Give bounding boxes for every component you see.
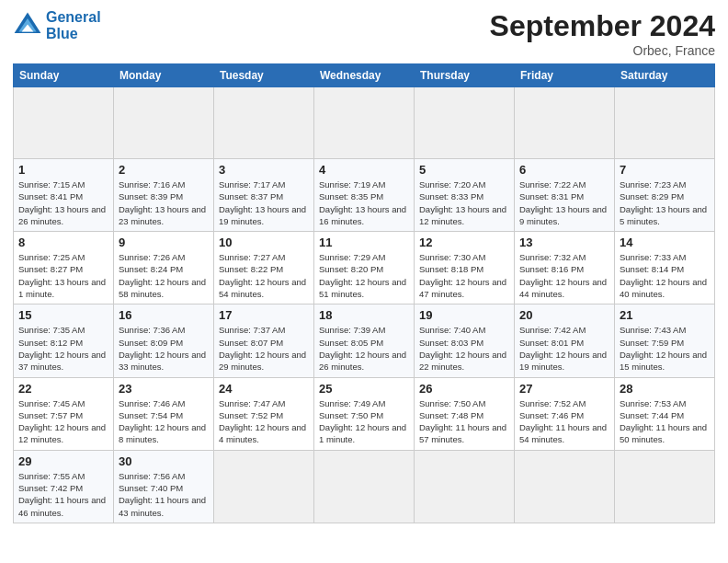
day-number: 28 (620, 382, 710, 396)
calendar-cell: 8Sunrise: 7:25 AM Sunset: 8:27 PM Daylig… (14, 232, 114, 304)
day-info: Sunrise: 7:22 AM Sunset: 8:31 PM Dayligh… (519, 178, 609, 227)
day-info: Sunrise: 7:46 AM Sunset: 7:54 PM Dayligh… (119, 397, 209, 446)
header: General Blue September 2024 Orbec, Franc… (13, 9, 715, 58)
day-info: Sunrise: 7:55 AM Sunset: 7:42 PM Dayligh… (18, 470, 108, 519)
calendar-cell: 30Sunrise: 7:56 AM Sunset: 7:40 PM Dayli… (114, 450, 214, 523)
calendar-row: 8Sunrise: 7:25 AM Sunset: 8:27 PM Daylig… (14, 232, 715, 304)
day-info: Sunrise: 7:25 AM Sunset: 8:27 PM Dayligh… (18, 251, 108, 300)
day-number: 30 (119, 454, 209, 468)
calendar-cell: 13Sunrise: 7:32 AM Sunset: 8:16 PM Dayli… (515, 232, 615, 304)
day-number: 22 (18, 382, 108, 396)
day-info: Sunrise: 7:52 AM Sunset: 7:46 PM Dayligh… (519, 397, 609, 446)
calendar-cell (515, 87, 615, 159)
calendar-cell (615, 87, 715, 159)
day-info: Sunrise: 7:27 AM Sunset: 8:22 PM Dayligh… (219, 251, 309, 300)
day-number: 3 (219, 163, 309, 177)
day-number: 15 (18, 308, 108, 322)
logo-text-blue: Blue (46, 26, 101, 42)
day-info: Sunrise: 7:43 AM Sunset: 7:59 PM Dayligh… (620, 324, 710, 373)
logo-icon (13, 11, 42, 40)
calendar-cell: 5Sunrise: 7:20 AM Sunset: 8:33 PM Daylig… (415, 159, 515, 232)
header-row: SundayMondayTuesdayWednesdayThursdayFrid… (14, 64, 715, 87)
calendar-cell: 16Sunrise: 7:36 AM Sunset: 8:09 PM Dayli… (114, 304, 214, 377)
calendar-table: SundayMondayTuesdayWednesdayThursdayFrid… (13, 63, 715, 523)
day-info: Sunrise: 7:32 AM Sunset: 8:16 PM Dayligh… (519, 251, 609, 300)
day-number: 16 (119, 308, 209, 322)
col-header-tuesday: Tuesday (214, 64, 314, 87)
calendar-cell (14, 87, 114, 159)
location: Orbec, France (490, 43, 715, 58)
day-info: Sunrise: 7:23 AM Sunset: 8:29 PM Dayligh… (620, 178, 710, 227)
day-info: Sunrise: 7:16 AM Sunset: 8:39 PM Dayligh… (119, 178, 209, 227)
col-header-sunday: Sunday (14, 64, 114, 87)
calendar-page: General Blue September 2024 Orbec, Franc… (0, 0, 728, 563)
day-info: Sunrise: 7:49 AM Sunset: 7:50 PM Dayligh… (319, 397, 409, 446)
calendar-cell: 29Sunrise: 7:55 AM Sunset: 7:42 PM Dayli… (14, 450, 114, 523)
calendar-cell: 4Sunrise: 7:19 AM Sunset: 8:35 PM Daylig… (314, 159, 415, 232)
day-number: 18 (319, 308, 409, 322)
calendar-cell (314, 87, 415, 159)
calendar-cell: 17Sunrise: 7:37 AM Sunset: 8:07 PM Dayli… (214, 304, 314, 377)
day-info: Sunrise: 7:50 AM Sunset: 7:48 PM Dayligh… (419, 397, 509, 446)
day-number: 1 (18, 163, 108, 177)
day-number: 25 (319, 382, 409, 396)
calendar-cell: 1Sunrise: 7:15 AM Sunset: 8:41 PM Daylig… (14, 159, 114, 232)
calendar-cell: 21Sunrise: 7:43 AM Sunset: 7:59 PM Dayli… (615, 304, 715, 377)
calendar-cell: 20Sunrise: 7:42 AM Sunset: 8:01 PM Dayli… (515, 304, 615, 377)
calendar-cell: 10Sunrise: 7:27 AM Sunset: 8:22 PM Dayli… (214, 232, 314, 304)
day-number: 26 (419, 382, 509, 396)
calendar-cell (615, 450, 715, 523)
calendar-cell: 26Sunrise: 7:50 AM Sunset: 7:48 PM Dayli… (415, 377, 515, 450)
calendar-cell: 18Sunrise: 7:39 AM Sunset: 8:05 PM Dayli… (314, 304, 415, 377)
calendar-row (14, 87, 715, 159)
calendar-cell (114, 87, 214, 159)
calendar-cell: 7Sunrise: 7:23 AM Sunset: 8:29 PM Daylig… (615, 159, 715, 232)
calendar-cell (214, 87, 314, 159)
calendar-cell: 12Sunrise: 7:30 AM Sunset: 8:18 PM Dayli… (415, 232, 515, 304)
calendar-cell: 23Sunrise: 7:46 AM Sunset: 7:54 PM Dayli… (114, 377, 214, 450)
day-number: 7 (620, 163, 710, 177)
calendar-row: 1Sunrise: 7:15 AM Sunset: 8:41 PM Daylig… (14, 159, 715, 232)
day-number: 4 (319, 163, 409, 177)
day-info: Sunrise: 7:33 AM Sunset: 8:14 PM Dayligh… (620, 251, 710, 300)
day-info: Sunrise: 7:35 AM Sunset: 8:12 PM Dayligh… (18, 324, 108, 373)
day-info: Sunrise: 7:42 AM Sunset: 8:01 PM Dayligh… (519, 324, 609, 373)
day-number: 21 (620, 308, 710, 322)
calendar-cell (415, 87, 515, 159)
calendar-cell (314, 450, 415, 523)
calendar-cell (214, 450, 314, 523)
calendar-cell: 9Sunrise: 7:26 AM Sunset: 8:24 PM Daylig… (114, 232, 214, 304)
day-info: Sunrise: 7:39 AM Sunset: 8:05 PM Dayligh… (319, 324, 409, 373)
day-info: Sunrise: 7:19 AM Sunset: 8:35 PM Dayligh… (319, 178, 409, 227)
day-number: 23 (119, 382, 209, 396)
calendar-row: 29Sunrise: 7:55 AM Sunset: 7:42 PM Dayli… (14, 450, 715, 523)
day-number: 13 (519, 236, 609, 249)
col-header-wednesday: Wednesday (314, 64, 415, 87)
logo: General Blue (13, 9, 101, 41)
day-info: Sunrise: 7:26 AM Sunset: 8:24 PM Dayligh… (119, 251, 209, 300)
day-info: Sunrise: 7:36 AM Sunset: 8:09 PM Dayligh… (119, 324, 209, 373)
title-block: September 2024 Orbec, France (490, 9, 715, 58)
calendar-row: 15Sunrise: 7:35 AM Sunset: 8:12 PM Dayli… (14, 304, 715, 377)
day-number: 29 (18, 454, 108, 468)
calendar-cell (415, 450, 515, 523)
day-number: 17 (219, 308, 309, 322)
month-title: September 2024 (490, 9, 715, 43)
day-info: Sunrise: 7:29 AM Sunset: 8:20 PM Dayligh… (319, 251, 409, 300)
calendar-cell: 2Sunrise: 7:16 AM Sunset: 8:39 PM Daylig… (114, 159, 214, 232)
day-number: 2 (119, 163, 209, 177)
day-info: Sunrise: 7:40 AM Sunset: 8:03 PM Dayligh… (419, 324, 509, 373)
calendar-row: 22Sunrise: 7:45 AM Sunset: 7:57 PM Dayli… (14, 377, 715, 450)
day-number: 20 (519, 308, 609, 322)
col-header-friday: Friday (515, 64, 615, 87)
calendar-cell: 19Sunrise: 7:40 AM Sunset: 8:03 PM Dayli… (415, 304, 515, 377)
day-info: Sunrise: 7:15 AM Sunset: 8:41 PM Dayligh… (18, 178, 108, 227)
day-number: 11 (319, 236, 409, 249)
day-number: 14 (620, 236, 710, 249)
day-number: 5 (419, 163, 509, 177)
day-info: Sunrise: 7:53 AM Sunset: 7:44 PM Dayligh… (620, 397, 710, 446)
col-header-monday: Monday (114, 64, 214, 87)
day-number: 27 (519, 382, 609, 396)
calendar-cell: 14Sunrise: 7:33 AM Sunset: 8:14 PM Dayli… (615, 232, 715, 304)
calendar-cell: 15Sunrise: 7:35 AM Sunset: 8:12 PM Dayli… (14, 304, 114, 377)
